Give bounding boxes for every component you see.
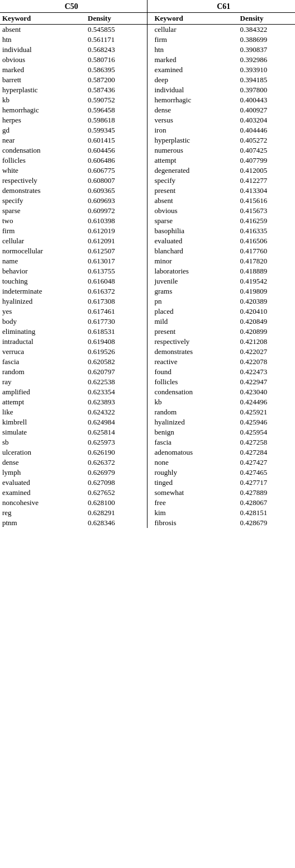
spacer bbox=[148, 296, 153, 306]
c50-density: 0.620797 bbox=[83, 367, 142, 377]
c50-density: 0.568243 bbox=[83, 45, 142, 55]
c61-keyword: hemorrhagic bbox=[152, 95, 235, 105]
c50-density: 0.628100 bbox=[83, 498, 142, 508]
c50-density: 0.628346 bbox=[83, 518, 142, 528]
table-row: barrett0.587200deep0.394185 bbox=[0, 75, 295, 85]
table-row: ptnm0.628346fibrosis0.428679 bbox=[0, 518, 295, 528]
c61-keyword: laboratories bbox=[152, 266, 235, 276]
cluster-header-row: C50 C61 bbox=[0, 0, 295, 13]
table-row: lymph0.626979roughly0.427465 bbox=[0, 468, 295, 478]
c50-density: 0.625973 bbox=[83, 437, 142, 447]
spacer bbox=[148, 95, 153, 105]
table-row: like0.624322random0.425921 bbox=[0, 407, 295, 417]
c50-keyword: amplified bbox=[0, 387, 83, 397]
table-row: behavior0.613755laboratories0.418889 bbox=[0, 266, 295, 276]
table-row: demonstrates0.609365present0.413304 bbox=[0, 186, 295, 196]
table-row: follicles0.606486attempt0.407799 bbox=[0, 155, 295, 166]
c50-density: 0.612507 bbox=[83, 246, 142, 256]
c61-keyword: random bbox=[152, 407, 235, 417]
spacer bbox=[148, 135, 153, 145]
column-header-row: Keyword Density Keyword Density bbox=[0, 13, 295, 25]
c50-keyword: eliminating bbox=[0, 327, 83, 337]
table-row: obvious0.580716marked0.392986 bbox=[0, 55, 295, 65]
spacer bbox=[148, 196, 153, 206]
c50-keyword: reg bbox=[0, 508, 83, 518]
spacer bbox=[148, 337, 153, 347]
c50-density: 0.604456 bbox=[83, 145, 142, 155]
c61-density: 0.422027 bbox=[236, 347, 295, 357]
c61-keyword: fibrosis bbox=[152, 518, 235, 528]
c50-density: 0.609972 bbox=[83, 206, 142, 216]
divider bbox=[142, 226, 148, 236]
spacer bbox=[148, 397, 153, 407]
c50-keyword: obvious bbox=[0, 55, 83, 65]
c61-density: 0.425921 bbox=[236, 407, 295, 417]
spacer bbox=[148, 125, 153, 135]
c61-keyword: benign bbox=[152, 427, 235, 437]
c50-keyword: two bbox=[0, 216, 83, 226]
c61-keyword: examined bbox=[152, 65, 235, 75]
divider bbox=[142, 115, 148, 125]
spacer bbox=[148, 85, 153, 95]
spacer bbox=[148, 286, 153, 296]
divider bbox=[142, 306, 148, 317]
divider bbox=[142, 508, 148, 518]
c50-density: 0.625814 bbox=[83, 427, 142, 437]
divider bbox=[142, 196, 148, 206]
divider bbox=[142, 75, 148, 85]
table-row: individual0.568243htn0.390837 bbox=[0, 45, 295, 55]
c50-keyword: hyalinized bbox=[0, 296, 83, 306]
c61-density: 0.390837 bbox=[236, 45, 295, 55]
c50-keyword: htn bbox=[0, 35, 83, 45]
c61-density: 0.427427 bbox=[236, 457, 295, 468]
table-row: simulate0.625814benign0.425954 bbox=[0, 427, 295, 437]
c50-density: 0.612091 bbox=[83, 236, 142, 246]
divider bbox=[142, 85, 148, 95]
c50-density: 0.608007 bbox=[83, 176, 142, 186]
spacer bbox=[148, 347, 153, 357]
c61-keyword: mild bbox=[152, 317, 235, 327]
c61-keyword: respectively bbox=[152, 337, 235, 347]
table-row: ulceration0.626190adenomatous0.427284 bbox=[0, 447, 295, 457]
c61-keyword: kb bbox=[152, 397, 235, 407]
c61-keyword: evaluated bbox=[152, 236, 235, 246]
divider bbox=[142, 176, 148, 186]
c61-keyword-header: Keyword bbox=[152, 13, 235, 25]
table-row: hyalinized0.617308pn0.420389 bbox=[0, 296, 295, 306]
c61-keyword: present bbox=[152, 327, 235, 337]
c61-keyword: dense bbox=[152, 105, 235, 115]
c50-keyword: gd bbox=[0, 125, 83, 135]
divider bbox=[142, 468, 148, 478]
c61-density: 0.427465 bbox=[236, 468, 295, 478]
c61-keyword: fascia bbox=[152, 437, 235, 447]
c50-keyword: sparse bbox=[0, 206, 83, 216]
c61-keyword: grams bbox=[152, 286, 235, 296]
c61-keyword: minor bbox=[152, 256, 235, 266]
c50-keyword: kb bbox=[0, 95, 83, 105]
divider bbox=[142, 55, 148, 65]
spacer bbox=[148, 417, 153, 427]
c50-keyword: barrett bbox=[0, 75, 83, 85]
c61-density: 0.415673 bbox=[236, 206, 295, 216]
c61-keyword: placed bbox=[152, 306, 235, 317]
table-row: amplified0.623354condensation0.423040 bbox=[0, 387, 295, 397]
table-row: specify0.609693absent0.415616 bbox=[0, 196, 295, 206]
c50-density: 0.626190 bbox=[83, 447, 142, 457]
spacer bbox=[148, 65, 153, 75]
divider bbox=[142, 25, 148, 35]
c61-keyword: marked bbox=[152, 55, 235, 65]
c50-keyword: body bbox=[0, 317, 83, 327]
spacer bbox=[148, 427, 153, 437]
c50-density: 0.626979 bbox=[83, 468, 142, 478]
c61-keyword: follicles bbox=[152, 377, 235, 387]
c50-keyword: indeterminate bbox=[0, 286, 83, 296]
c61-keyword: hyalinized bbox=[152, 417, 235, 427]
c50-keyword: white bbox=[0, 166, 83, 176]
spacer bbox=[148, 236, 153, 246]
c50-density: 0.616372 bbox=[83, 286, 142, 296]
spacer bbox=[148, 468, 153, 478]
divider bbox=[142, 478, 148, 488]
c61-density: 0.425946 bbox=[236, 417, 295, 427]
c50-keyword: noncohesive bbox=[0, 498, 83, 508]
table-row: kb0.590752hemorrhagic0.400443 bbox=[0, 95, 295, 105]
